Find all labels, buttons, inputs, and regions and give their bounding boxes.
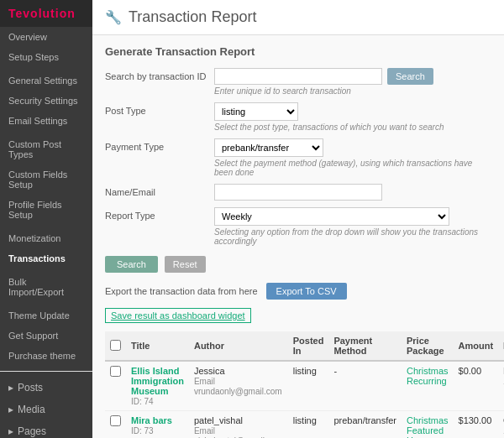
sidebar-item-general-settings[interactable]: General Settings [0,70,92,91]
payment-type-field: prebank/transfer Select the payment meth… [214,138,491,177]
sidebar-pages-label: Pages [18,425,46,437]
sidebar-item-security-settings[interactable]: Security Settings [0,91,92,111]
sidebar-item-profile-fields-setup[interactable]: Profile Fields Setup [0,195,92,225]
report-type-field: Weekly Daily Monthly Selecting any optio… [214,207,491,246]
pages-icon: ▸ [8,425,13,437]
wrench-icon: 🔧 [105,9,122,25]
row-author-1: patel_vishal Email vishal.patel@gmail.co… [189,411,288,439]
sidebar: Tevolution Overview Setup Steps General … [0,0,92,438]
name-email-input[interactable] [214,184,382,201]
table-header-author: Author [189,331,288,361]
row-exp-date-1: October 10, 2013 [498,411,504,439]
row-author-0: Jessica Email vrundaonly@gmail.com [189,361,288,411]
sidebar-item-transactions[interactable]: Transactions [0,248,92,269]
post-type-field: listing Select the post type, transactio… [214,102,491,132]
payment-type-select[interactable]: prebank/transfer [214,138,323,157]
sidebar-item-setup-steps[interactable]: Setup Steps [0,47,92,67]
results-table: Title Author Posted In Payment Method Pr… [105,331,504,438]
row-amount-0: $0.00 [454,361,499,411]
search-id-field: Search Enter unique id to search transac… [214,68,491,96]
sidebar-logo-text: Tevolution [8,7,76,20]
dashboard-widget-link[interactable]: Save result as dashboard widget [105,308,491,331]
sidebar-posts-label: Posts [18,382,43,394]
search-by-id-row: Search by transaction ID Search Enter un… [105,68,491,96]
sidebar-item-bulk-import-export[interactable]: Bulk Import/Export [0,272,92,302]
sidebar-item-posts[interactable]: ▸ Posts [0,377,92,399]
table-header-posted-in: Posted In [288,331,329,361]
row-checkbox-0[interactable] [110,366,121,377]
table-header-price-package: Price Package [402,331,454,361]
row-title-link-0[interactable]: Ellis Island Immigration Museum [131,366,184,396]
report-type-label: Report Type [105,207,214,221]
main-content: 🔧 Transaction Report Generate Transactio… [92,0,504,438]
reset-button[interactable]: Reset [165,256,206,273]
row-payment-method-0: - [328,361,402,411]
row-title-link-1[interactable]: Mira bars [131,415,172,425]
post-type-label: Post Type [105,102,214,116]
table-header-payment-method: Payment Method [328,331,402,361]
action-buttons-row: Search Reset [105,256,491,273]
table-header-checkbox [105,331,126,361]
section-title: Generate Transaction Report [105,45,491,58]
search-id-input[interactable] [214,68,382,85]
sidebar-item-pages[interactable]: ▸ Pages [0,420,92,438]
table-header-title: Title [126,331,189,361]
content-area: Generate Transaction Report Search by tr… [92,35,504,438]
row-posted-in-1: listing [288,411,329,439]
name-email-label: Name/Email [105,184,214,197]
page-title: Transaction Report [129,8,256,26]
sidebar-item-media[interactable]: ▸ Media [0,399,92,420]
sidebar-item-custom-fields-setup[interactable]: Custom Fields Setup [0,164,92,195]
post-type-select[interactable]: listing [214,102,298,121]
row-payment-method-1: preban/transfer [328,411,402,439]
sidebar-media-label: Media [18,404,45,415]
report-type-row: Report Type Weekly Daily Monthly Selecti… [105,207,491,246]
row-posted-in-0: listing [288,361,329,411]
sidebar-item-email-settings[interactable]: Email Settings [0,111,92,131]
name-email-row: Name/Email [105,184,491,201]
name-email-field [214,184,491,201]
search-id-button[interactable]: Search [387,68,433,85]
export-label: Export the transaction data from here [105,286,258,296]
table-row: Mira bars ID: 73 patel_vishal Email vish… [105,411,504,439]
row-id-1: ID: 73 [131,426,154,435]
row-exp-date-0: November 1, 2013 [498,361,504,411]
select-all-checkbox[interactable] [110,340,121,351]
row-price-package-1: Christmas Featured Home, Category Recurr… [402,411,454,439]
sidebar-item-monetization[interactable]: Monetization [0,228,92,248]
row-checkbox-1[interactable] [110,415,121,426]
row-id-0: ID: 74 [131,397,154,406]
search-id-hint: Enter unique id to search transaction [214,86,491,96]
report-type-select[interactable]: Weekly Daily Monthly [214,207,449,226]
sidebar-item-purchase-theme[interactable]: Purchase theme [0,346,92,366]
search-button[interactable]: Search [105,256,158,273]
sidebar-item-theme-update[interactable]: Theme Update [0,305,92,326]
row-price-package-0: Christmas Recurring [402,361,454,411]
sidebar-item-get-support[interactable]: Get Support [0,326,92,346]
sidebar-logo: Tevolution [0,0,92,27]
post-type-row: Post Type listing Select the post type, … [105,102,491,132]
posts-icon: ▸ [8,382,13,394]
media-icon: ▸ [8,404,13,415]
table-header-row: Title Author Posted In Payment Method Pr… [105,331,504,361]
search-id-label: Search by transaction ID [105,68,214,81]
row-amount-1: $130.00 [454,411,499,439]
table-header-exp-date: Exp. Date [498,331,504,361]
sidebar-item-overview[interactable]: Overview [0,27,92,47]
export-row: Export the transaction data from here Ex… [105,283,491,300]
table-header-amount: Amount [454,331,499,361]
page-header: 🔧 Transaction Report [92,0,504,35]
report-type-hint: Selecting any option from the drop down … [214,227,491,246]
dashboard-widget-anchor[interactable]: Save result as dashboard widget [105,308,251,323]
payment-type-label: Payment Type [105,138,214,152]
table-row: Ellis Island Immigration Museum ID: 74 J… [105,361,504,411]
export-csv-button[interactable]: Export To CSV [266,283,347,300]
payment-type-hint: Select the payment method (gateway), usi… [214,159,491,177]
post-type-hint: Select the post type, transactions of wh… [214,123,491,132]
sidebar-item-custom-post-types[interactable]: Custom Post Types [0,134,92,164]
payment-type-row: Payment Type prebank/transfer Select the… [105,138,491,177]
